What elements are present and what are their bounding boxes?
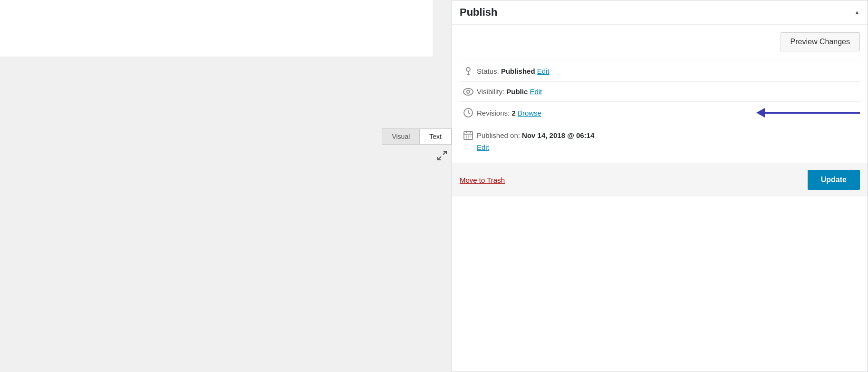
date-line: Published on: Nov 14, 2018 @ 06:14 <box>460 130 860 140</box>
publish-body: Preview Changes Status: Published Edi <box>452 25 868 157</box>
visibility-text: Visibility: Public Edit <box>477 88 860 96</box>
arrow-head <box>756 108 765 117</box>
visibility-edit-link[interactable]: Edit <box>530 88 542 96</box>
revisions-icon <box>460 108 477 118</box>
publish-footer: Move to Trash Update <box>452 163 868 196</box>
calendar-icon <box>460 130 477 140</box>
sidebar: Publish ▲ Preview Changes Stat <box>452 0 868 372</box>
publish-panel-title: Publish <box>460 6 497 19</box>
status-row: Status: Published Edit <box>460 60 860 81</box>
editor-area: Visual Text <box>0 0 452 372</box>
publish-header: Publish ▲ <box>452 0 868 25</box>
collapse-icon[interactable]: ▲ <box>854 9 860 16</box>
status-edit-link[interactable]: Edit <box>537 67 550 75</box>
tab-visual[interactable]: Visual <box>382 128 419 145</box>
status-icon <box>460 66 477 76</box>
revisions-count: 2 <box>511 109 515 117</box>
move-to-trash-button[interactable]: Move to Trash <box>460 176 505 184</box>
visibility-row: Visibility: Public Edit <box>460 81 860 101</box>
svg-line-0 <box>443 151 446 155</box>
svg-line-1 <box>438 157 441 160</box>
publish-panel: Publish ▲ Preview Changes Stat <box>452 0 868 372</box>
svg-point-6 <box>467 90 470 93</box>
arrow-line <box>765 112 860 114</box>
update-button[interactable]: Update <box>808 170 860 190</box>
published-on-value: Nov 14, 2018 @ 06:14 <box>522 131 594 139</box>
visibility-icon <box>460 88 477 96</box>
visibility-value: Public <box>506 88 528 96</box>
revisions-row: Revisions: 2 Browse <box>460 101 860 124</box>
published-on-row: Published on: Nov 14, 2018 @ 06:14 Edit <box>460 124 860 157</box>
editor-tabs: Visual Text <box>382 128 452 145</box>
arrow-annotation <box>757 108 860 117</box>
editor-top-bar <box>0 0 433 57</box>
preview-btn-row: Preview Changes <box>460 32 860 51</box>
revisions-browse-link[interactable]: Browse <box>518 109 541 117</box>
published-on-edit-link[interactable]: Edit <box>477 143 860 151</box>
editor-body: Visual Text <box>0 57 452 372</box>
tab-text[interactable]: Text <box>419 128 452 145</box>
status-value: Published <box>501 67 535 75</box>
svg-point-2 <box>466 68 470 71</box>
preview-changes-button[interactable]: Preview Changes <box>781 32 860 51</box>
svg-point-5 <box>463 88 473 95</box>
revisions-text: Revisions: 2 Browse <box>477 109 753 117</box>
published-on-text: Published on: Nov 14, 2018 @ 06:14 <box>477 131 860 139</box>
fullscreen-icon[interactable] <box>436 150 448 164</box>
status-text: Status: Published Edit <box>477 67 860 75</box>
